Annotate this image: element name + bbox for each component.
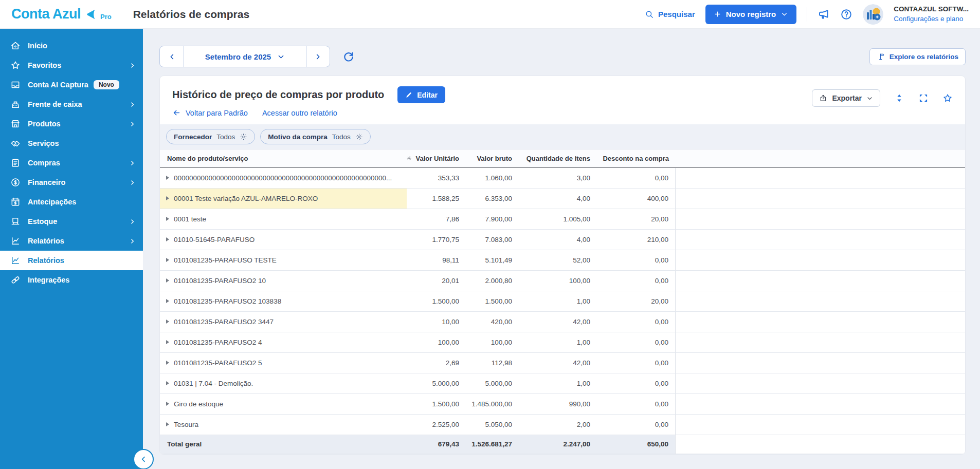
table-row[interactable]: 0101081235-PARAFUSO TESTE98,115.101,4952… <box>160 250 965 271</box>
sidebar-item-financeiro[interactable]: Financeiro <box>0 173 143 192</box>
sidebar-item-frente-de-caixa[interactable]: Frente de caixa <box>0 95 143 114</box>
favorite-star-icon[interactable] <box>942 93 953 103</box>
product-name-cell: 0101081235-PARAFUSO2 10 <box>160 271 407 291</box>
quantity-cell: 1.005,00 <box>519 209 597 229</box>
column-header-discount[interactable]: Desconto na compra <box>597 149 676 167</box>
chevron-right-icon <box>129 121 136 127</box>
sidebar-item-relatorios-ativo[interactable]: Relatórios <box>0 251 143 270</box>
chevron-down-icon <box>866 95 873 102</box>
contaazul-logo[interactable]: Conta Azul Pro <box>11 6 112 22</box>
sidebar-item-integracoes[interactable]: Integrações <box>0 270 143 290</box>
explore-reports-label: Explore os relatórios <box>890 53 958 61</box>
caret-right-icon <box>166 320 169 324</box>
next-period-button[interactable] <box>306 46 330 67</box>
caret-right-icon <box>166 237 169 241</box>
sidebar-item-label: Favoritos <box>28 61 61 69</box>
filter-settings-icon[interactable] <box>240 133 247 141</box>
previous-period-button[interactable] <box>160 46 184 67</box>
discount-cell: 0,00 <box>597 353 676 373</box>
fullscreen-icon[interactable] <box>918 93 929 103</box>
gross-value-cell: 100,00 <box>466 332 519 352</box>
sidebar-item-estoque[interactable]: Estoque <box>0 212 143 231</box>
sidebar-item-inicio[interactable]: Início <box>0 36 143 55</box>
table-row[interactable]: 0101081235-PARAFUSO2 1020,012.000,80100,… <box>160 271 965 291</box>
total-quantity: 2.247,00 <box>519 435 597 454</box>
discount-cell: 0,00 <box>597 394 676 414</box>
gross-value-cell: 1.500,00 <box>466 291 519 311</box>
gross-value-cell: 1.485.000,00 <box>466 394 519 414</box>
search-label: Pesquisar <box>658 10 695 18</box>
table-row[interactable]: Giro de estoque1.500,001.485.000,00990,0… <box>160 394 965 415</box>
calendar-money-icon <box>10 197 21 207</box>
filter-settings-icon[interactable] <box>355 133 363 141</box>
column-header-quantity[interactable]: Quantidade de itens <box>519 149 597 167</box>
export-label: Exportar <box>832 94 862 102</box>
column-header-unit-value[interactable]: Valor Unitário <box>407 149 466 167</box>
unit-value-cell: 1.500,00 <box>407 291 466 311</box>
table-header-row: Nome do produto/serviço Valor Unitário V… <box>160 149 965 168</box>
other-report-link[interactable]: Acessar outro relatório <box>262 109 337 117</box>
sidebar-item-conta-ai-captura[interactable]: Conta AI CapturaNovo <box>0 75 143 95</box>
sidebar-item-produtos[interactable]: Produtos <box>0 114 143 134</box>
sidebar-item-relatorios[interactable]: Relatórios <box>0 231 143 251</box>
sidebar-collapse-button[interactable] <box>133 449 154 469</box>
sidebar-item-antecipacoes[interactable]: Antecipações <box>0 192 143 212</box>
table-row[interactable]: 0101081235-PARAFUSO2 344710,00420,0042,0… <box>160 312 965 332</box>
unit-value-cell: 5.000,00 <box>407 373 466 393</box>
table-row[interactable]: Tesoura2.525,005.050,002,000,00 <box>160 415 965 435</box>
discount-cell: 20,00 <box>597 209 676 229</box>
quantity-cell: 4,00 <box>519 230 597 250</box>
caret-right-icon <box>166 278 169 283</box>
filter-chip[interactable]: Motivo da compraTodos <box>260 129 371 144</box>
logo-text: Conta Azul <box>11 6 81 22</box>
sidebar-item-favoritos[interactable]: Favoritos <box>0 55 143 75</box>
filter-chip[interactable]: FornecedorTodos <box>166 129 255 144</box>
sidebar-item-label: Antecipações <box>28 198 76 206</box>
export-button[interactable]: Exportar <box>812 89 880 107</box>
discount-cell: 0,00 <box>597 168 676 188</box>
unit-value-cell: 10,00 <box>407 312 466 332</box>
gross-value-cell: 6.353,00 <box>466 189 519 209</box>
unit-value-cell: 1.588,25 <box>407 189 466 209</box>
sidebar-item-compras[interactable]: Compras <box>0 153 143 173</box>
table-row[interactable]: 01031 | 7.04 - Demolição.5.000,005.000,0… <box>160 373 965 394</box>
back-to-default-link[interactable]: Voltar para Padrão <box>172 108 248 117</box>
refresh-button[interactable] <box>342 50 355 63</box>
table-row[interactable]: 0101081235-PARAFUSO2 4100,00100,001,000,… <box>160 332 965 353</box>
chevron-right-icon <box>129 160 136 166</box>
chevron-down-icon <box>277 53 285 61</box>
help-icon[interactable] <box>840 8 852 21</box>
table-row[interactable]: 01010-51645-PARAFUSO1.770,757.083,004,00… <box>160 230 965 250</box>
expand-rows-icon[interactable] <box>894 93 904 103</box>
account-block[interactable]: CONTAAZUL SOFTW... Configurações e plano <box>894 5 969 23</box>
signpost-icon <box>877 52 885 61</box>
column-settings-icon[interactable] <box>407 155 411 162</box>
chart-line-icon <box>10 236 21 246</box>
table-row[interactable]: 00001 Teste variação AZUL-AMARELO-ROXO1.… <box>160 189 965 209</box>
search-button[interactable]: Pesquisar <box>645 10 695 19</box>
filter-value: Todos <box>332 133 351 141</box>
table-row[interactable]: 0101081235-PARAFUSO2 1038381.500,001.500… <box>160 291 965 312</box>
edit-button[interactable]: Editar <box>397 86 445 103</box>
table-row[interactable]: 0101081235-PARAFUSO2 52,69112,9842,000,0… <box>160 353 965 373</box>
other-report-label: Acessar outro relatório <box>262 109 337 117</box>
new-record-button[interactable]: Novo registro <box>705 5 797 24</box>
report-card: Histórico de preço de compras por produt… <box>159 76 966 455</box>
quantity-cell: 100,00 <box>519 271 597 291</box>
column-header-product[interactable]: Nome do produto/serviço <box>160 149 407 167</box>
megaphone-icon[interactable] <box>818 8 830 21</box>
unit-value-cell: 353,33 <box>407 168 466 188</box>
unit-value-cell: 20,01 <box>407 271 466 291</box>
quantity-cell: 4,00 <box>519 189 597 209</box>
caret-right-icon <box>166 402 169 406</box>
table-row[interactable]: 0000000000000000000000000000000000000000… <box>160 168 965 189</box>
sidebar-item-servicos[interactable]: Serviços <box>0 134 143 153</box>
caret-right-icon <box>166 422 169 426</box>
period-dropdown[interactable]: Setembro de 2025 <box>184 46 306 67</box>
table-row[interactable]: 0001 teste7,867.900,001.005,0020,00 <box>160 209 965 230</box>
filter-bar: FornecedorTodosMotivo da compraTodos <box>160 124 965 149</box>
avatar[interactable] <box>863 4 883 25</box>
explore-reports-button[interactable]: Explore os relatórios <box>869 48 966 65</box>
column-header-gross-value[interactable]: Valor bruto <box>466 149 519 167</box>
settings-plan-link[interactable]: Configurações e plano <box>894 15 969 23</box>
